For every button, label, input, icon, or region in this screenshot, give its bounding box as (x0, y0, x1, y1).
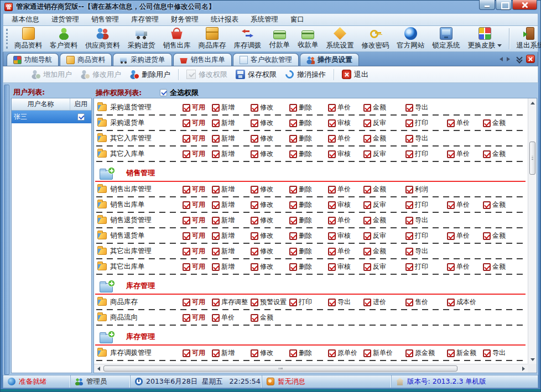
perm-checkbox[interactable] (183, 217, 190, 224)
perm-checkbox[interactable] (328, 104, 336, 112)
perm-checkbox[interactable] (289, 263, 297, 271)
scroll-down-button[interactable] (528, 356, 537, 364)
user-row[interactable]: 张三 (12, 111, 91, 123)
toolbar-button-key[interactable]: 修改密码 (358, 27, 393, 51)
toolbar-button-lock-screen[interactable]: 锁定系统 (429, 27, 464, 51)
permission-row[interactable]: 销售出库单可用新增修改删除审核反审打印单价金额 (95, 198, 528, 212)
tab-product-tab[interactable]: 商品资料 (60, 53, 112, 66)
toolbar-button-customer[interactable]: 客户资料 (46, 27, 81, 51)
perm-checkbox[interactable] (212, 314, 220, 322)
perm-checkbox[interactable] (447, 201, 455, 209)
perm-checkbox[interactable] (289, 104, 297, 112)
perm-checkbox[interactable] (405, 299, 413, 306)
perm-checkbox[interactable] (483, 232, 491, 240)
perm-checkbox[interactable] (183, 232, 190, 240)
perm-checkbox[interactable] (405, 104, 413, 112)
tab-operator-settings-tab[interactable]: 操作员设置 (300, 53, 359, 66)
scroll-left-button[interactable] (94, 364, 102, 373)
perm-checkbox[interactable] (289, 186, 297, 194)
perm-checkbox[interactable] (363, 248, 371, 255)
perm-checkbox[interactable] (363, 186, 371, 194)
select-all-checkbox[interactable] (160, 89, 167, 96)
toolbar-button-website[interactable]: 官方网站 (393, 27, 429, 51)
perm-checkbox[interactable] (183, 150, 190, 158)
permission-row[interactable]: 销售退货单可用新增修改删除审核反审打印单价金额 (95, 229, 528, 243)
perm-checkbox[interactable] (405, 349, 413, 357)
perm-checkbox[interactable] (447, 263, 455, 271)
perm-checkbox[interactable] (405, 232, 413, 240)
toolbar-button-payment-card[interactable]: 付款单 (266, 27, 294, 51)
permission-row[interactable]: 其它出库管理可用新增修改删除单价金额导出 (95, 244, 528, 258)
perm-checkbox[interactable] (212, 150, 220, 158)
perm-checkbox[interactable] (251, 263, 258, 271)
perm-checkbox[interactable] (289, 150, 297, 158)
perm-checkbox[interactable] (447, 299, 455, 306)
vertical-scrollbar[interactable] (528, 98, 537, 364)
permission-row[interactable]: 其它出库单可用新增修改删除审核反审打印单价金额 (95, 260, 528, 274)
action-button-delete-user[interactable]: 删除用户 (126, 68, 174, 81)
action-button-close-red[interactable]: 退出 (339, 68, 372, 81)
perm-checkbox[interactable] (251, 349, 258, 357)
scroll-up-button[interactable] (528, 98, 537, 107)
left-splitter[interactable] (4, 85, 9, 375)
menu-item-4[interactable]: 库存管理 (125, 14, 165, 25)
toolbar-button-sales-basket[interactable]: 销售出库 (159, 27, 195, 51)
perm-checkbox[interactable] (405, 263, 413, 271)
toolbar-button-receipt-card[interactable]: 收款单 (294, 27, 322, 51)
perm-checkbox[interactable] (328, 349, 336, 357)
user-table-header-enabled[interactable]: 启用 (70, 98, 91, 110)
perm-checkbox[interactable] (251, 232, 258, 240)
minimize-button[interactable] (479, 0, 495, 10)
permission-row[interactable]: 商品流向可用单价金额 (95, 311, 528, 325)
toolbar-button-exit-door[interactable]: 退出系统 (513, 27, 541, 51)
perm-checkbox[interactable] (405, 186, 413, 194)
perm-checkbox[interactable] (363, 150, 371, 158)
menu-item-7[interactable]: 系统管理 (245, 14, 284, 25)
tab-receipt-manage-tab[interactable]: 客户收款管理 (233, 53, 299, 66)
action-button-save-permission[interactable]: 保存权限 (232, 68, 280, 81)
perm-checkbox[interactable] (212, 217, 220, 224)
perm-checkbox[interactable] (328, 150, 336, 158)
perm-checkbox[interactable] (328, 217, 336, 224)
perm-checkbox[interactable] (363, 349, 371, 357)
perm-checkbox[interactable] (289, 299, 297, 306)
perm-checkbox[interactable] (212, 135, 220, 143)
perm-checkbox[interactable] (183, 349, 190, 357)
perm-checkbox[interactable] (405, 248, 413, 255)
perm-checkbox[interactable] (183, 299, 190, 306)
user-table-header-name[interactable]: 用户名称 (12, 98, 70, 110)
perm-checkbox[interactable] (212, 349, 220, 357)
perm-checkbox[interactable] (328, 232, 336, 240)
perm-checkbox[interactable] (183, 201, 190, 209)
perm-checkbox[interactable] (363, 263, 371, 271)
toolbar-button-transfer-arrows[interactable]: 库存调拨 (230, 27, 266, 51)
perm-checkbox[interactable] (212, 201, 220, 209)
perm-checkbox[interactable] (483, 119, 491, 127)
perm-checkbox[interactable] (328, 263, 336, 271)
perm-checkbox[interactable] (363, 232, 371, 240)
perm-checkbox[interactable] (251, 135, 258, 143)
perm-checkbox[interactable] (363, 104, 371, 112)
perm-checkbox[interactable] (251, 186, 258, 194)
vertical-scrollbar-thumb[interactable] (529, 142, 535, 175)
toolbar-button-stock-box[interactable]: 商品库存 (195, 27, 230, 51)
user-enabled-checkbox[interactable] (77, 113, 85, 121)
tab-sales-order-tab[interactable]: 销售出库单 (173, 53, 232, 66)
perm-checkbox[interactable] (363, 135, 371, 143)
perm-checkbox[interactable] (483, 263, 491, 271)
perm-checkbox[interactable] (363, 119, 371, 127)
perm-checkbox[interactable] (251, 314, 258, 322)
perm-checkbox[interactable] (183, 248, 190, 255)
perm-checkbox[interactable] (447, 150, 455, 158)
perm-checkbox[interactable] (251, 150, 258, 158)
perm-checkbox[interactable] (212, 248, 220, 255)
permission-row[interactable]: 销售退货管理可用新增修改删除单价金额导出 (95, 213, 528, 227)
perm-checkbox[interactable] (183, 263, 190, 271)
perm-checkbox[interactable] (212, 119, 220, 127)
perm-checkbox[interactable] (328, 186, 336, 194)
perm-checkbox[interactable] (212, 232, 220, 240)
perm-checkbox[interactable] (289, 248, 297, 255)
permission-row[interactable]: 采购退货单可用新增修改删除审核反审打印单价金额 (95, 116, 528, 130)
close-button[interactable] (512, 0, 537, 10)
perm-checkbox[interactable] (212, 299, 220, 306)
